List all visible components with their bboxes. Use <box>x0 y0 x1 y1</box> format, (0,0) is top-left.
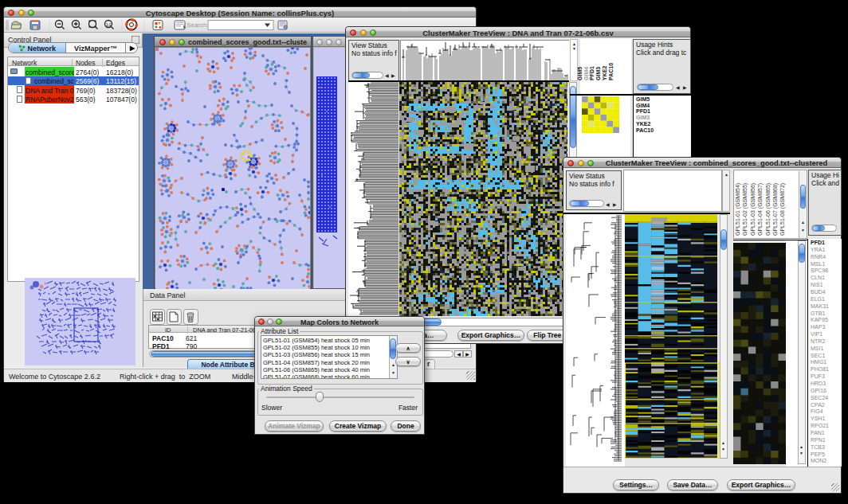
svg-text:Search:: Search: <box>186 21 209 29</box>
svg-text:1:1: 1:1 <box>106 23 112 27</box>
